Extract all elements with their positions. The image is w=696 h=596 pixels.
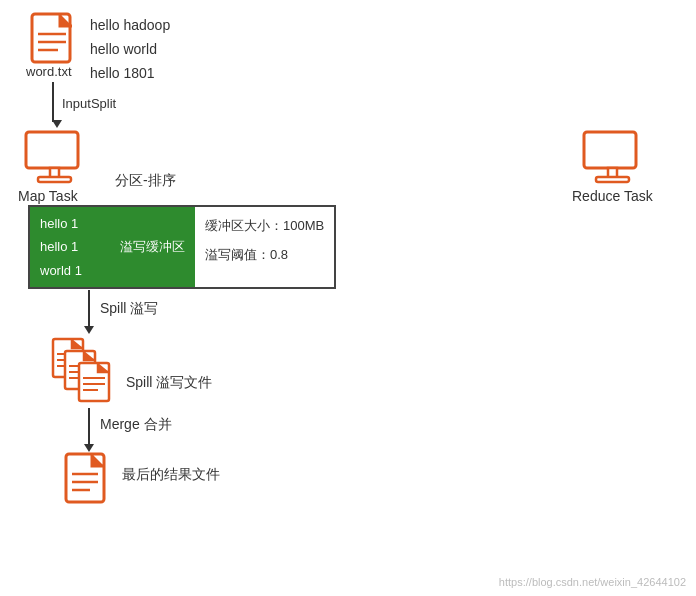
buffer-info: 缓冲区大小：100MB 溢写阈值：0.8 <box>195 207 334 287</box>
buffer-zone: hello 1 hello 1 world 1 溢写缓冲区 缓冲区大小：100M… <box>28 205 336 289</box>
reduce-task-icon <box>580 130 645 188</box>
result-label: 最后的结果文件 <box>122 466 220 484</box>
diagram: word.txt hello hadoop hello world hello … <box>0 0 696 596</box>
file-icon <box>28 12 80 64</box>
svg-rect-10 <box>596 177 629 182</box>
spill-line <box>88 290 90 328</box>
buffer-zone-label: 溢写缓冲区 <box>110 207 195 287</box>
reduce-task-label: Reduce Task <box>572 188 653 204</box>
spill-label: Spill 溢写 <box>100 300 158 318</box>
merge-line <box>88 408 90 446</box>
file-name-label: word.txt <box>26 64 72 79</box>
spill-file-icon-1 <box>76 360 118 407</box>
svg-rect-8 <box>584 132 636 168</box>
partition-sort-label: 分区-排序 <box>115 172 176 190</box>
map-task-icon <box>22 130 87 188</box>
svg-rect-7 <box>38 177 71 182</box>
file-content: hello hadoop hello world hello 1801 <box>90 14 170 85</box>
file-icon-area <box>28 12 80 67</box>
buffer-left-items: hello 1 hello 1 world 1 <box>30 207 110 287</box>
svg-rect-5 <box>26 132 78 168</box>
arrow-down-2 <box>84 326 94 334</box>
input-split-label: InputSplit <box>62 96 116 111</box>
merge-label: Merge 合并 <box>100 416 172 434</box>
watermark: https://blog.csdn.net/weixin_42644102 <box>499 576 686 588</box>
arrow-down-1 <box>52 120 62 128</box>
map-task-label: Map Task <box>18 188 78 204</box>
spill-file-label: Spill 溢写文件 <box>126 374 212 392</box>
input-split-line <box>52 82 54 122</box>
arrow-down-3 <box>84 444 94 452</box>
result-file-icon <box>62 452 114 507</box>
